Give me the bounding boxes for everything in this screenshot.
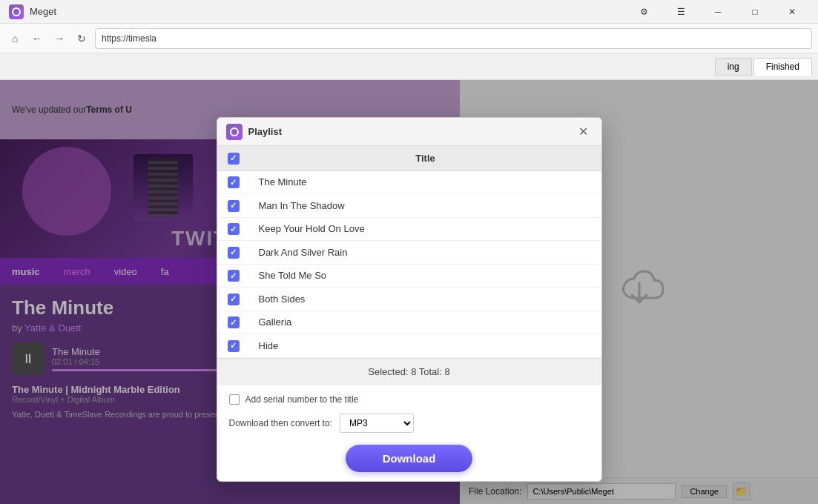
- row-checkbox-cell: [217, 170, 250, 194]
- modal-title: Playlist: [248, 126, 575, 137]
- table-row: Dark And Silver Rain: [217, 241, 601, 265]
- row-title: Galleria: [250, 311, 601, 334]
- table-row: Both Sides: [217, 288, 601, 311]
- close-button[interactable]: ✕: [775, 0, 809, 24]
- row-checkbox-cell: [217, 241, 250, 265]
- row-title: Dark And Silver Rain: [250, 241, 601, 265]
- modal-close-button[interactable]: ✕: [575, 123, 593, 141]
- row-title: The Minute: [250, 170, 601, 194]
- table-row: Keep Your Hold On Love: [217, 217, 601, 241]
- row-checkbox[interactable]: [228, 200, 240, 212]
- select-all-header[interactable]: [217, 146, 250, 170]
- tab-finished[interactable]: Finished: [753, 58, 812, 76]
- forward-button[interactable]: →: [50, 30, 68, 47]
- playlist-summary: Selected: 8 Total: 8: [217, 358, 601, 385]
- modal-logo: [226, 124, 243, 140]
- convert-label: Download then convert to:: [229, 418, 332, 428]
- modal-header: Playlist ✕: [217, 118, 601, 146]
- table-row: Galleria: [217, 311, 601, 334]
- download-row: Download: [229, 445, 590, 472]
- serial-row: Add serial number to the title: [229, 394, 590, 405]
- table-row: The Minute: [217, 170, 601, 194]
- main-content: We've updated our Terms of U TWITTER / m…: [0, 80, 818, 504]
- playlist-table: Title The Minute Man In The Shadow Keep …: [217, 146, 601, 358]
- row-title: Keep Your Hold On Love: [250, 217, 601, 241]
- row-checkbox[interactable]: [228, 316, 240, 328]
- app-icon: [9, 4, 24, 19]
- tab-loading[interactable]: ing: [715, 58, 752, 76]
- title-bar: Meget ⚙ ☰ ─ □ ✕: [0, 0, 818, 24]
- app-title: Meget: [30, 6, 56, 17]
- row-title: She Told Me So: [250, 264, 601, 288]
- home-button[interactable]: ⌂: [6, 30, 24, 47]
- row-checkbox-cell: [217, 194, 250, 218]
- table-row: Hide: [217, 334, 601, 358]
- tab-group: ing Finished: [715, 58, 812, 76]
- row-checkbox-cell: [217, 288, 250, 311]
- row-checkbox[interactable]: [228, 340, 240, 352]
- logo-icon: [230, 127, 239, 136]
- row-checkbox[interactable]: [228, 247, 240, 259]
- minimize-button[interactable]: ─: [701, 0, 735, 24]
- back-button[interactable]: ←: [28, 30, 46, 47]
- title-column-header: Title: [250, 146, 601, 170]
- top-area: ing Finished: [0, 53, 818, 80]
- serial-checkbox[interactable]: [229, 394, 240, 405]
- table-row: Man In The Shadow: [217, 194, 601, 218]
- nav-bar: ⌂ ← → ↻: [0, 24, 818, 53]
- playlist-modal: Playlist ✕ Title The Minute: [217, 117, 602, 482]
- window-controls: ⚙ ☰ ─ □ ✕: [627, 0, 809, 24]
- row-checkbox[interactable]: [228, 294, 240, 305]
- modal-body: Title The Minute Man In The Shadow Keep …: [217, 146, 601, 385]
- row-checkbox[interactable]: [228, 176, 240, 188]
- settings-button[interactable]: ⚙: [627, 0, 661, 24]
- row-checkbox[interactable]: [228, 223, 240, 235]
- maximize-button[interactable]: □: [738, 0, 772, 24]
- row-title: Both Sides: [250, 288, 601, 311]
- address-bar[interactable]: [95, 28, 812, 49]
- select-all-checkbox[interactable]: [228, 153, 240, 165]
- row-checkbox-cell: [217, 334, 250, 358]
- modal-footer: Add serial number to the title Download …: [217, 385, 601, 481]
- row-checkbox[interactable]: [228, 270, 240, 282]
- convert-select[interactable]: MP3MP4AACFLACWAV: [340, 414, 414, 433]
- download-button[interactable]: Download: [346, 445, 473, 472]
- row-checkbox-cell: [217, 311, 250, 334]
- refresh-button[interactable]: ↻: [73, 30, 90, 47]
- row-checkbox-cell: [217, 264, 250, 288]
- serial-label[interactable]: Add serial number to the title: [245, 394, 359, 405]
- menu-button[interactable]: ☰: [664, 0, 698, 24]
- row-checkbox-cell: [217, 217, 250, 241]
- table-row: She Told Me So: [217, 264, 601, 288]
- row-title: Man In The Shadow: [250, 194, 601, 218]
- convert-row: Download then convert to: MP3MP4AACFLACW…: [229, 414, 590, 433]
- row-title: Hide: [250, 334, 601, 358]
